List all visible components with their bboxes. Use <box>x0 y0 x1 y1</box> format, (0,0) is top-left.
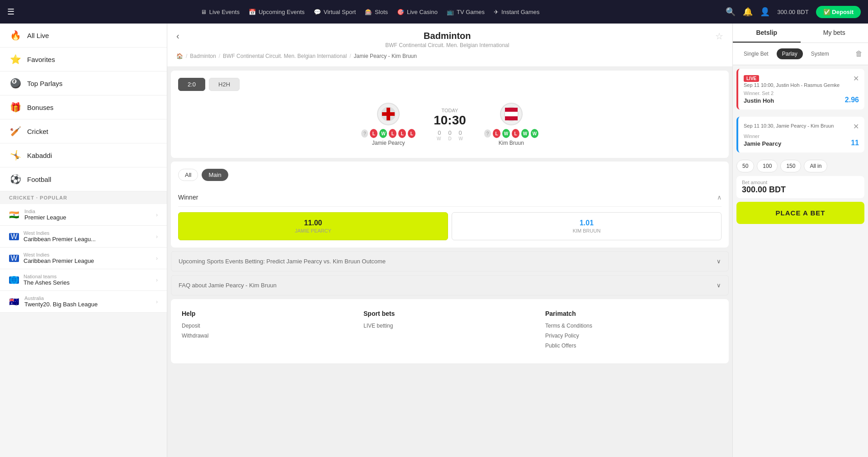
league-item-caribbean-2[interactable]: W West Indies Caribbean Premier League › <box>0 248 167 269</box>
deposit-button[interactable]: ✅ Deposit <box>816 6 861 18</box>
nav-upcoming-events[interactable]: 📅 Upcoming Events <box>249 9 305 15</box>
section-label-cricket-popular: CRICKET · POPULAR <box>0 191 167 204</box>
chevron-right-icon-5: › <box>156 299 158 305</box>
sidebar-item-bonuses[interactable]: 🎁 Bonuses <box>0 95 167 119</box>
player2-badge-l1: L <box>493 129 500 138</box>
nav-live-events[interactable]: 🖥 Live Events <box>201 9 240 15</box>
footer-link-privacy[interactable]: Privacy Policy <box>545 333 718 339</box>
match-center-info: TODAY 10:30 0 0 0 W D W <box>434 108 466 141</box>
faq-text: FAQ about Jamie Pearcy - Kim Bruun <box>179 282 277 289</box>
svg-rect-5 <box>505 112 518 116</box>
account-icon[interactable]: 👤 <box>760 7 770 17</box>
sidebar: 🔥 All Live ⭐ Favorites 🎱 Top Parlays 🎁 B… <box>0 24 167 457</box>
india-flag: 🇮🇳 <box>9 210 20 220</box>
odds-label-kim: KIM BRUUN <box>458 228 715 233</box>
favorite-star-icon[interactable]: ☆ <box>715 31 723 42</box>
sidebar-item-kabaddi[interactable]: 🤸 Kabaddi <box>0 143 167 167</box>
footer-link-withdrawal[interactable]: Withdrawal <box>182 333 354 339</box>
sidebar-label-favorites: Favorites <box>27 56 158 63</box>
quick-amounts: 50 100 150 All in <box>733 156 868 176</box>
quick-amt-150[interactable]: 150 <box>780 160 801 172</box>
market-winner-header[interactable]: Winner ∧ <box>178 188 722 207</box>
footer-link-public-offers[interactable]: Public Offers <box>545 343 718 349</box>
sidebar-item-favorites[interactable]: ⭐ Favorites <box>0 48 167 71</box>
player2-badge-l2: L <box>512 129 519 138</box>
bet-type-single[interactable]: Single Bet <box>738 48 774 59</box>
league-item-caribbean-1[interactable]: W West Indies Caribbean Premier Leagu...… <box>0 226 167 248</box>
betslip-tab-mybets[interactable]: My bets <box>801 24 868 43</box>
faq-collapsible-header[interactable]: FAQ about Jamie Pearcy - Kim Bruun ∨ <box>171 276 728 295</box>
betslip-tab-bar: Betslip My bets <box>733 24 868 43</box>
bet-selection-0: Justin Hoh <box>744 97 774 104</box>
bet-type-system[interactable]: System <box>806 48 835 59</box>
windies-flag-1: W <box>9 233 19 240</box>
remove-bet-0-icon[interactable]: ✕ <box>853 74 859 83</box>
quick-amt-50[interactable]: 50 <box>736 160 754 172</box>
search-icon[interactable]: 🔍 <box>726 7 736 17</box>
monitor-icon: 🖥 <box>201 9 207 15</box>
score-row: 0 0 0 <box>434 129 466 136</box>
kabaddi-icon: 🤸 <box>9 150 22 161</box>
svg-rect-4 <box>505 108 518 112</box>
breadcrumb: 🏠 / Badminton / BWF Continental Circuit.… <box>176 53 723 59</box>
chevron-right-icon-4: › <box>156 277 158 283</box>
notifications-icon[interactable]: 🔔 <box>743 7 753 17</box>
odds-btn-jamie[interactable]: 11.00 JAMIE PEARCY <box>178 212 448 240</box>
odds-val-jamie: 11.00 <box>185 219 441 227</box>
hamburger-menu[interactable]: ☰ <box>7 7 14 17</box>
league-item-big-bash[interactable]: 🇦🇺 Australia Twenty20. Big Bash League › <box>0 291 167 313</box>
bet-type-parlay[interactable]: Parlay <box>777 48 803 59</box>
filter-tabs: All Main <box>178 169 722 181</box>
betslip-panel: Betslip My bets Single Bet Parlay System… <box>732 24 868 457</box>
remove-bet-1-icon[interactable]: ✕ <box>853 122 859 131</box>
bet-market-0: Winner. Set 2 <box>744 90 859 96</box>
quick-amt-all-in[interactable]: All in <box>804 160 827 172</box>
sidebar-label-all-live: All Live <box>27 32 158 39</box>
fire-icon: 🔥 <box>9 30 22 41</box>
home-icon[interactable]: 🏠 <box>176 53 183 59</box>
score-tabs: 2:0 H2H <box>178 78 722 91</box>
nav-tv-games[interactable]: 📺 TV Games <box>447 9 485 15</box>
odds-row: 11.00 JAMIE PEARCY 1.01 KIM BRUUN <box>178 212 722 240</box>
nav-slots[interactable]: 🎰 Slots <box>365 9 388 15</box>
filter-tab-main[interactable]: Main <box>202 169 228 181</box>
footer-parimatch-title: Parimatch <box>545 310 718 317</box>
filter-tab-all[interactable]: All <box>178 169 198 181</box>
odds-btn-kim[interactable]: 1.01 KIM BRUUN <box>452 212 722 240</box>
footer-link-deposit[interactable]: Deposit <box>182 323 354 329</box>
nav-instant-games[interactable]: ✈ Instant Games <box>494 9 540 15</box>
sidebar-item-cricket[interactable]: 🏏 Cricket <box>0 119 167 143</box>
place-bet-button[interactable]: PLACE A BET <box>736 202 864 224</box>
score-tab-h2h[interactable]: H2H <box>209 78 240 91</box>
quick-amt-100[interactable]: 100 <box>757 160 778 172</box>
clear-betslip-icon[interactable]: 🗑 <box>855 50 863 58</box>
sidebar-item-top-parlays[interactable]: 🎱 Top Parlays <box>0 71 167 95</box>
player2: ? L W L W W Kim Bruun <box>484 103 538 146</box>
nav-virtual-sport[interactable]: 💬 Virtual Sport <box>314 9 356 15</box>
betslip-tab-betslip[interactable]: Betslip <box>733 24 801 43</box>
star-icon: ⭐ <box>9 54 22 65</box>
footer-link-terms[interactable]: Terms & Conditions <box>545 323 718 329</box>
breadcrumb-sport[interactable]: Badminton <box>190 53 216 59</box>
breadcrumb-match[interactable]: Jamie Pearcy - Kim Bruun <box>354 53 417 59</box>
australia-flag: 🇦🇺 <box>9 297 20 307</box>
league-item-premier-league[interactable]: 🇮🇳 India Premier League › <box>0 204 167 226</box>
sidebar-label-kabaddi: Kabaddi <box>27 152 158 159</box>
chevron-right-icon: › <box>156 212 158 218</box>
sidebar-item-football[interactable]: ⚽ Football <box>0 167 167 191</box>
player2-badge-q[interactable]: ? <box>484 129 491 138</box>
league-item-ashes[interactable]: 🌐 National teams The Ashes Series › <box>0 269 167 291</box>
nav-items: 🖥 Live Events 📅 Upcoming Events 💬 Virtua… <box>25 9 715 15</box>
league-name-2: Caribbean Premier League <box>24 257 151 264</box>
back-button[interactable]: ‹ <box>176 31 179 41</box>
footer-link-live-betting[interactable]: LIVE betting <box>363 323 536 329</box>
nav-live-casino[interactable]: 🎯 Live Casino <box>397 9 438 15</box>
upcoming-collapsible-header[interactable]: Upcoming Sports Events Betting: Predict … <box>171 252 728 271</box>
parlays-icon: 🎱 <box>9 78 22 89</box>
sidebar-item-all-live[interactable]: 🔥 All Live <box>0 24 167 48</box>
breadcrumb-league[interactable]: BWF Continental Circuit. Men. Belgian In… <box>223 53 347 59</box>
svg-rect-6 <box>505 116 518 120</box>
score-tab-sets[interactable]: 2:0 <box>178 78 205 91</box>
player1-badge-q[interactable]: ? <box>361 129 368 138</box>
player1-badges: ? L W L L L <box>361 129 415 138</box>
